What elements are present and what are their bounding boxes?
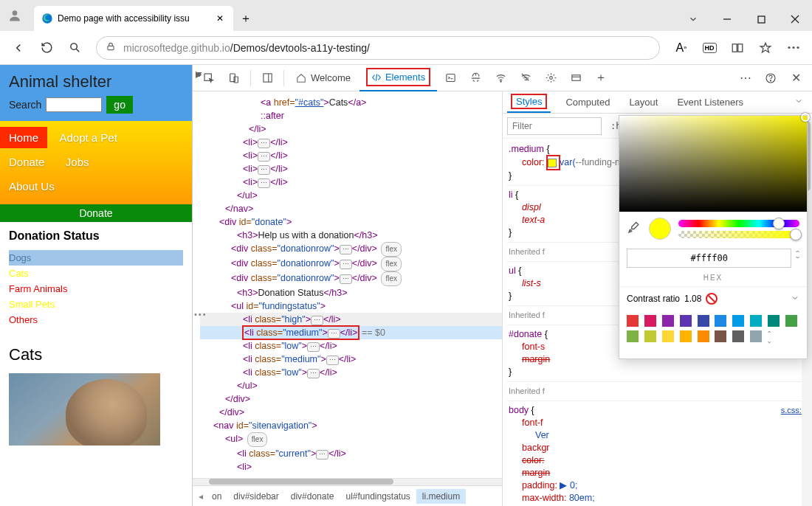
palette-swatch[interactable] <box>732 330 744 342</box>
svg-point-11 <box>788 46 790 49</box>
crumb[interactable]: div#donate <box>285 489 340 504</box>
window-titlebar: Demo page with accessibility issu ✕ ＋ <box>0 0 812 31</box>
selected-dom-node[interactable]: ▶<li class="medium">⋯</li> == $0 <box>200 326 502 339</box>
chevron-down-icon[interactable] <box>790 94 808 111</box>
palette-swatch[interactable] <box>785 315 797 327</box>
palette-swatch[interactable] <box>680 315 692 327</box>
devtools-more-icon[interactable]: ⋯ <box>734 68 757 89</box>
search-button[interactable] <box>62 35 87 60</box>
hd-icon[interactable]: HD <box>697 35 722 60</box>
color-palette: ˆˇ <box>619 311 807 358</box>
list-item[interactable]: Others <box>9 312 183 327</box>
browser-tab[interactable]: Demo page with accessibility issu ✕ <box>34 6 233 31</box>
hex-input[interactable] <box>627 249 791 268</box>
crumb[interactable]: on <box>206 489 227 504</box>
palette-swatch[interactable] <box>662 330 674 342</box>
color-spectrum[interactable] <box>619 116 807 212</box>
more-icon[interactable] <box>781 35 806 60</box>
maximize-button[interactable] <box>744 7 778 31</box>
svg-rect-3 <box>758 16 765 23</box>
settings-gear-icon[interactable] <box>539 68 562 89</box>
svg-point-20 <box>500 81 501 82</box>
hex-label: HEX <box>619 274 807 286</box>
donate-bar[interactable]: Donate <box>0 204 192 222</box>
console-icon[interactable] <box>438 68 462 89</box>
nav-jobs[interactable]: Jobs <box>57 151 98 173</box>
close-devtools-icon[interactable]: ✕ <box>784 68 808 89</box>
crumb-selected[interactable]: li.medium <box>416 489 466 504</box>
crumb[interactable]: div#sidebar <box>227 489 284 504</box>
close-tab-icon[interactable]: ✕ <box>214 13 226 24</box>
nav-home[interactable]: Home <box>0 127 47 148</box>
tab-styles[interactable]: Styles <box>507 91 551 113</box>
devtools: ••• Welcome Elements ＋ ⋯ ✕ <a href="#cat <box>192 65 812 506</box>
palette-swatch[interactable] <box>627 315 639 327</box>
palette-swatch[interactable] <box>715 315 726 327</box>
chevron-down-icon[interactable] <box>676 7 710 31</box>
network-icon[interactable] <box>489 68 512 89</box>
minimize-button[interactable] <box>710 7 744 31</box>
horizontal-scrollbar[interactable] <box>193 478 502 485</box>
close-window-button[interactable] <box>778 7 812 31</box>
elements-tab[interactable]: Elements <box>359 65 437 91</box>
refresh-button[interactable] <box>34 35 59 60</box>
search-input[interactable] <box>46 97 102 112</box>
profile-icon[interactable] <box>0 0 30 31</box>
back-button[interactable] <box>6 35 31 60</box>
go-button[interactable]: go <box>106 96 133 114</box>
palette-swatch[interactable] <box>662 315 674 327</box>
palette-swatch[interactable] <box>715 330 726 342</box>
sources-icon[interactable] <box>464 68 487 89</box>
palette-swatch[interactable] <box>732 315 744 327</box>
alpha-slider[interactable] <box>678 231 799 238</box>
read-aloud-icon[interactable]: A» <box>669 35 694 60</box>
list-item[interactable]: Farm Animals <box>9 281 183 297</box>
palette-swatch[interactable] <box>698 315 709 327</box>
reader-icon[interactable] <box>725 35 750 60</box>
list-item[interactable]: Small Pets <box>9 297 183 312</box>
url-text: microsoftedge.github.io/Demos/devtools-a… <box>123 42 370 54</box>
palette-swatch[interactable] <box>698 330 709 342</box>
palette-swatch[interactable] <box>644 330 656 342</box>
color-swatch[interactable] <box>548 159 557 167</box>
nav-adopt[interactable]: Adopt a Pet <box>50 127 125 148</box>
palette-page-toggle[interactable]: ˆˇ <box>768 330 782 351</box>
welcome-tab[interactable]: Welcome <box>289 65 358 91</box>
address-bar[interactable]: microsoftedge.github.io/Demos/devtools-a… <box>96 36 660 60</box>
palette-swatch[interactable] <box>768 315 780 327</box>
crumb[interactable]: ul#fundingstatus <box>340 489 416 504</box>
tab-layout[interactable]: Layout <box>625 94 662 111</box>
list-item[interactable]: Cats <box>9 266 183 281</box>
chevron-down-icon[interactable] <box>791 294 799 305</box>
eyedropper-icon[interactable] <box>627 221 641 236</box>
palette-swatch[interactable] <box>627 330 639 342</box>
contrast-label: Contrast ratio <box>627 294 680 304</box>
palette-swatch[interactable] <box>644 315 656 327</box>
hue-slider[interactable] <box>678 220 799 227</box>
color-picker: ˆˇ HEX Contrast ratio 1.08 ˆˇ <box>619 115 808 359</box>
dock-side-icon[interactable] <box>255 68 279 89</box>
new-tab-button[interactable]: ＋ <box>233 6 258 31</box>
dom-tree[interactable]: <a href="#cats">Cats</a> ::after </li> ▶… <box>193 91 502 478</box>
palette-swatch[interactable] <box>750 315 762 327</box>
nav-donate[interactable]: Donate <box>0 151 53 173</box>
svg-point-22 <box>549 77 552 80</box>
palette-swatch[interactable] <box>750 330 762 342</box>
palette-swatch[interactable] <box>680 330 692 342</box>
add-tab-icon[interactable]: ＋ <box>589 68 613 89</box>
memory-icon[interactable] <box>564 68 588 89</box>
device-emulation-icon[interactable] <box>222 68 246 89</box>
tab-computed[interactable]: Computed <box>561 94 614 111</box>
performance-icon[interactable] <box>514 68 537 89</box>
format-toggle-icon[interactable]: ˆˇ <box>796 252 799 264</box>
favorite-icon[interactable] <box>753 35 778 60</box>
nav-about[interactable]: About Us <box>0 176 63 197</box>
help-icon[interactable] <box>759 68 782 89</box>
svg-point-12 <box>792 46 794 49</box>
donation-status-heading: Donation Status <box>9 229 183 243</box>
styles-filter-input[interactable] <box>507 117 602 135</box>
cat-image <box>9 373 160 446</box>
svg-rect-10 <box>738 44 743 52</box>
tab-event-listeners[interactable]: Event Listeners <box>672 94 748 111</box>
list-item[interactable]: Dogs <box>9 250 183 266</box>
